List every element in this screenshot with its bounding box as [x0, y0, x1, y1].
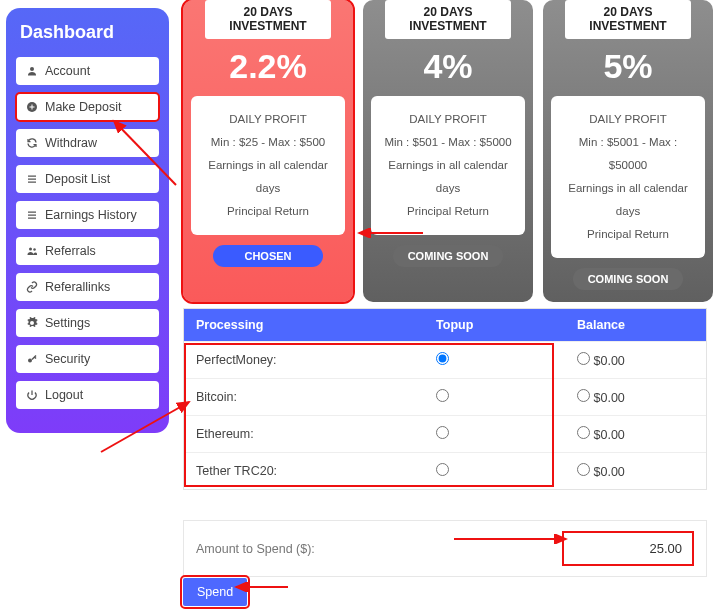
topup-radio[interactable]	[436, 463, 449, 476]
svg-point-0	[30, 67, 34, 71]
table-row: Tether TRC20: $0.00	[184, 453, 706, 490]
balance-val: $0.00	[594, 391, 625, 405]
amount-input[interactable]	[562, 531, 694, 566]
sidebar-item-label: Deposit List	[45, 172, 110, 186]
link-icon	[25, 281, 38, 294]
sidebar-title: Dashboard	[16, 22, 159, 43]
sidebar-item-deposit-list[interactable]: Deposit List	[16, 165, 159, 193]
balance-val: $0.00	[594, 428, 625, 442]
users-icon	[25, 245, 38, 258]
th-balance: Balance	[565, 309, 706, 342]
balance-radio[interactable]	[577, 426, 590, 439]
plan-principal: Principal Return	[199, 200, 337, 223]
user-icon	[25, 65, 38, 78]
processing-table-wrap: Processing Topup Balance PerfectMoney: $…	[183, 308, 707, 490]
plan-earnings: Earnings in all calendar days	[199, 154, 337, 200]
plan-earnings: Earnings in all calendar days	[379, 154, 517, 200]
proc-name: Bitcoin:	[184, 379, 424, 416]
plan-title: 20 DAYS INVESTMENT	[205, 0, 331, 39]
sidebar-item-withdraw[interactable]: Withdraw	[16, 129, 159, 157]
th-processing: Processing	[184, 309, 424, 342]
plan-card-3[interactable]: 20 DAYS INVESTMENT 5% DAILY PROFIT Min :…	[543, 0, 713, 302]
sidebar-item-account[interactable]: Account	[16, 57, 159, 85]
sidebar-item-logout[interactable]: Logout	[16, 381, 159, 409]
list-icon	[25, 173, 38, 186]
sidebar-item-label: Make Deposit	[45, 100, 121, 114]
plan-card-1[interactable]: 20 DAYS INVESTMENT 2.2% DAILY PROFIT Min…	[183, 0, 353, 302]
plan-range: Min : $25 - Max : $500	[199, 131, 337, 154]
topup-radio[interactable]	[436, 389, 449, 402]
amount-label: Amount to Spend ($):	[196, 542, 562, 556]
sidebar-item-make-deposit[interactable]: Make Deposit	[16, 93, 159, 121]
svg-point-4	[28, 359, 32, 363]
plan-title: 20 DAYS INVESTMENT	[565, 0, 691, 39]
sidebar-item-label: Referallinks	[45, 280, 110, 294]
sidebar-item-label: Settings	[45, 316, 90, 330]
plan-title: 20 DAYS INVESTMENT	[385, 0, 511, 39]
plan-earnings: Earnings in all calendar days	[559, 177, 697, 223]
plus-circle-icon	[25, 101, 38, 114]
plan-rate: 2.2%	[183, 47, 353, 86]
power-icon	[25, 389, 38, 402]
plan-button-chosen[interactable]: CHOSEN	[213, 245, 323, 267]
plan-rate: 4%	[363, 47, 533, 86]
proc-name: Tether TRC20:	[184, 453, 424, 490]
plan-profit-label: DAILY PROFIT	[199, 108, 337, 131]
sidebar-item-label: Logout	[45, 388, 83, 402]
plan-body: DAILY PROFIT Min : $25 - Max : $500 Earn…	[191, 96, 345, 235]
plan-range: Min : $501 - Max : $5000	[379, 131, 517, 154]
sidebar-item-label: Account	[45, 64, 90, 78]
balance-radio[interactable]	[577, 463, 590, 476]
sidebar-menu: Account Make Deposit Withdraw Deposit Li…	[16, 57, 159, 409]
balance-val: $0.00	[594, 354, 625, 368]
plan-profit-label: DAILY PROFIT	[559, 108, 697, 131]
topup-radio[interactable]	[436, 426, 449, 439]
sidebar: Dashboard Account Make Deposit Withdraw …	[6, 8, 169, 433]
table-row: PerfectMoney: $0.00	[184, 342, 706, 379]
sidebar-item-security[interactable]: Security	[16, 345, 159, 373]
proc-name: PerfectMoney:	[184, 342, 424, 379]
sidebar-item-earnings-history[interactable]: Earnings History	[16, 201, 159, 229]
gear-icon	[25, 317, 38, 330]
plan-principal: Principal Return	[559, 223, 697, 246]
sidebar-item-label: Security	[45, 352, 90, 366]
plan-range: Min : $5001 - Max : $50000	[559, 131, 697, 177]
plan-principal: Principal Return	[379, 200, 517, 223]
table-row: Ethereum: $0.00	[184, 416, 706, 453]
proc-name: Ethereum:	[184, 416, 424, 453]
topup-radio[interactable]	[436, 352, 449, 365]
key-icon	[25, 353, 38, 366]
plan-cards: 20 DAYS INVESTMENT 2.2% DAILY PROFIT Min…	[183, 0, 713, 302]
table-row: Bitcoin: $0.00	[184, 379, 706, 416]
sidebar-item-referallinks[interactable]: Referallinks	[16, 273, 159, 301]
sidebar-item-referrals[interactable]: Referrals	[16, 237, 159, 265]
svg-point-2	[29, 248, 32, 251]
plan-rate: 5%	[543, 47, 713, 86]
plan-body: DAILY PROFIT Min : $501 - Max : $5000 Ea…	[371, 96, 525, 235]
plan-card-2[interactable]: 20 DAYS INVESTMENT 4% DAILY PROFIT Min :…	[363, 0, 533, 302]
sidebar-item-label: Earnings History	[45, 208, 137, 222]
balance-radio[interactable]	[577, 389, 590, 402]
amount-row: Amount to Spend ($):	[183, 520, 707, 577]
svg-point-3	[33, 248, 36, 251]
balance-radio[interactable]	[577, 352, 590, 365]
processing-table: Processing Topup Balance PerfectMoney: $…	[184, 309, 706, 489]
sidebar-item-label: Referrals	[45, 244, 96, 258]
spend-button[interactable]: Spend	[183, 578, 247, 606]
th-topup: Topup	[424, 309, 565, 342]
plan-button-coming-soon[interactable]: COMING SOON	[393, 245, 503, 267]
plan-body: DAILY PROFIT Min : $5001 - Max : $50000 …	[551, 96, 705, 258]
refresh-icon	[25, 137, 38, 150]
sidebar-item-label: Withdraw	[45, 136, 97, 150]
history-icon	[25, 209, 38, 222]
plan-button-coming-soon[interactable]: COMING SOON	[573, 268, 683, 290]
balance-val: $0.00	[594, 465, 625, 479]
sidebar-item-settings[interactable]: Settings	[16, 309, 159, 337]
plan-profit-label: DAILY PROFIT	[379, 108, 517, 131]
